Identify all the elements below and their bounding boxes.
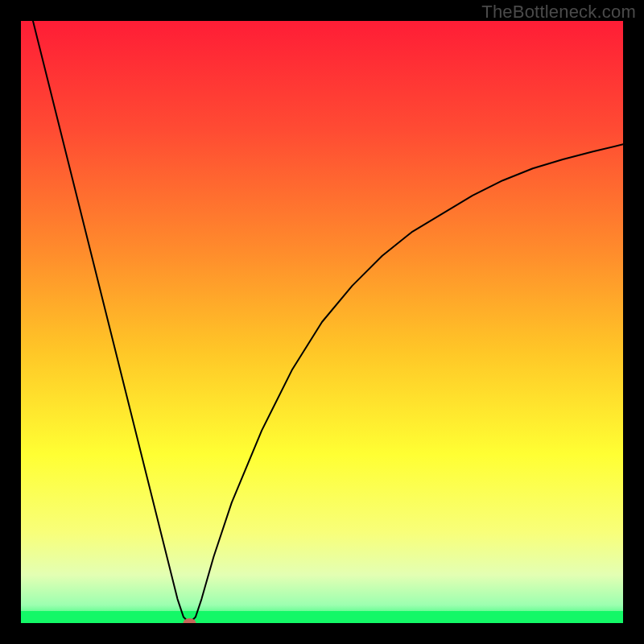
chart-frame: TheBottleneck.com bbox=[0, 0, 644, 644]
green-band bbox=[21, 611, 623, 623]
watermark-text: TheBottleneck.com bbox=[481, 2, 636, 23]
bottleneck-chart bbox=[21, 21, 623, 623]
